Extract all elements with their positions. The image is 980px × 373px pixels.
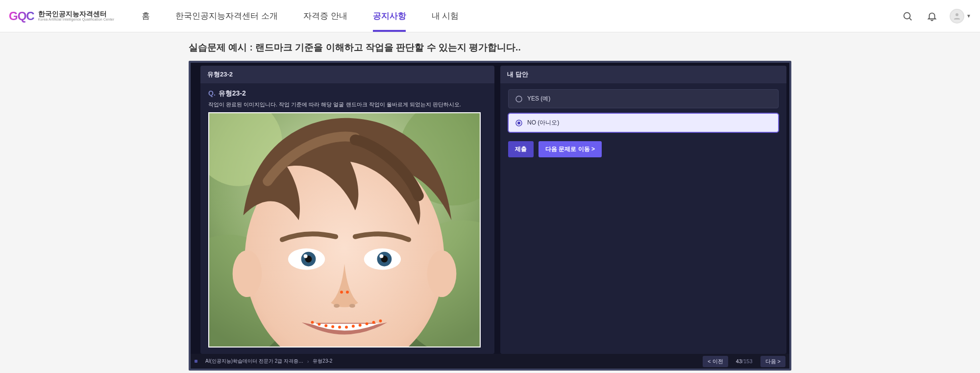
- user-avatar[interactable]: ▼: [950, 9, 971, 24]
- option-label: NO (아니오): [527, 119, 559, 127]
- svg-point-10: [427, 250, 457, 297]
- svg-point-26: [324, 324, 327, 327]
- next-question-button[interactable]: 다음 문제로 이동 >: [539, 141, 602, 157]
- svg-point-18: [379, 254, 383, 258]
- svg-point-30: [352, 325, 355, 328]
- tab-myexam[interactable]: 내 시험: [419, 0, 472, 32]
- progress-indicator: 43/153: [731, 358, 758, 364]
- logo-text: 한국인공지능자격센터 Korea Artificial Intelligence…: [38, 10, 115, 22]
- next-button[interactable]: 다음 >: [760, 356, 785, 367]
- svg-point-37: [517, 122, 520, 124]
- tab-notice[interactable]: 공지사항: [360, 0, 419, 32]
- bell-icon[interactable]: [925, 9, 939, 23]
- radio-icon: [515, 120, 522, 126]
- prev-button[interactable]: < 이전: [703, 356, 728, 367]
- page-title: 실습문제 예시 : 랜드마크 기준을 이해하고 작업을 판단할 수 있는지 평가…: [189, 41, 791, 54]
- site-logo[interactable]: GQC 한국인공지능자격센터 Korea Artificial Intellig…: [9, 9, 114, 23]
- svg-point-22: [340, 291, 343, 294]
- svg-point-17: [304, 254, 308, 258]
- breadcrumb: AI(인공지능)학습데이터 전문가 2급 자격증… › 유형23-2: [205, 358, 332, 365]
- svg-point-31: [359, 324, 362, 327]
- radio-icon: [515, 96, 522, 102]
- top-navbar: GQC 한국인공지능자격센터 Korea Artificial Intellig…: [0, 0, 980, 32]
- question-pane-header: 유형23-2: [200, 66, 494, 83]
- svg-point-19: [334, 304, 340, 308]
- svg-point-0: [904, 12, 910, 19]
- option-no[interactable]: NO (아니오): [508, 113, 779, 132]
- tab-home[interactable]: 홈: [129, 0, 163, 32]
- answer-options: YES (예) NO (아니오): [508, 89, 779, 132]
- footer-dot-icon: [195, 360, 197, 363]
- svg-point-23: [346, 291, 349, 294]
- svg-point-33: [372, 321, 375, 324]
- svg-point-2: [956, 13, 958, 16]
- svg-line-1: [909, 18, 911, 20]
- svg-point-25: [318, 323, 320, 326]
- caret-down-icon: ▼: [966, 13, 971, 19]
- svg-point-28: [338, 326, 341, 329]
- question-image: [208, 112, 481, 348]
- topbar-right: ▼: [901, 9, 971, 24]
- svg-point-9: [233, 250, 262, 297]
- svg-point-34: [379, 320, 382, 323]
- option-label: YES (예): [527, 95, 550, 103]
- svg-point-20: [349, 304, 355, 308]
- svg-point-24: [311, 321, 314, 324]
- main-tabs: 홈 한국인공지능자격센터 소개 자격증 안내 공지사항 내 시험: [129, 0, 471, 32]
- logo-icon: GQC: [9, 9, 34, 23]
- answer-pane-header: 내 답안: [500, 66, 786, 83]
- breadcrumb-item[interactable]: AI(인공지능)학습데이터 전문가 2급 자격증…: [205, 358, 303, 365]
- exam-panel: 유형23-2 Q. 유형23-2 작업이 완료된 이미지입니다. 작업 기준에 …: [189, 61, 791, 371]
- search-icon[interactable]: [901, 9, 914, 23]
- tab-cert[interactable]: 자격증 안내: [291, 0, 360, 32]
- option-yes[interactable]: YES (예): [508, 89, 779, 108]
- page-content: 실습문제 예시 : 랜드마크 기준을 이해하고 작업을 판단할 수 있는지 평가…: [0, 32, 980, 371]
- avatar-icon: [950, 9, 964, 24]
- question-title: Q. 유형23-2: [208, 89, 487, 98]
- tab-about[interactable]: 한국인공지능자격센터 소개: [163, 0, 291, 32]
- answer-pane: 내 답안 YES (예): [500, 66, 786, 354]
- breadcrumb-item[interactable]: 유형23-2: [313, 358, 332, 365]
- chevron-right-icon: ›: [307, 359, 309, 364]
- svg-point-29: [345, 326, 348, 329]
- question-pane: 유형23-2 Q. 유형23-2 작업이 완료된 이미지입니다. 작업 기준에 …: [200, 66, 494, 354]
- question-description: 작업이 완료된 이미지입니다. 작업 기준에 따라 해당 얼굴 랜드마크 작업이…: [208, 101, 487, 108]
- exam-footer: AI(인공지능)학습데이터 전문가 2급 자격증… › 유형23-2 < 이전 …: [191, 354, 789, 369]
- submit-button[interactable]: 제출: [508, 141, 534, 157]
- svg-point-35: [516, 96, 522, 102]
- svg-point-32: [366, 323, 368, 325]
- svg-point-27: [331, 325, 334, 328]
